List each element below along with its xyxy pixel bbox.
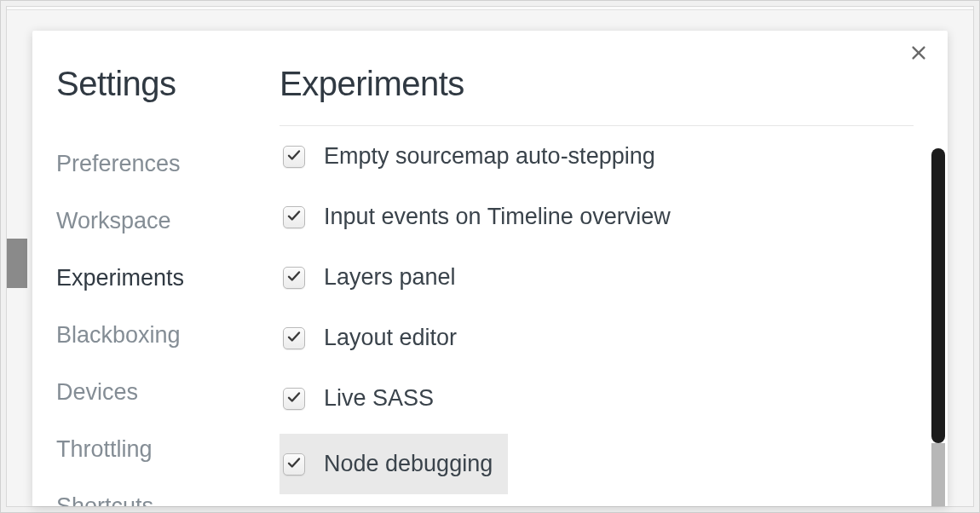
experiment-checkbox[interactable] <box>283 206 305 228</box>
sidebar-title: Settings <box>56 65 257 103</box>
sidebar-item-workspace[interactable]: Workspace <box>56 193 257 250</box>
sidebar-item-devices[interactable]: Devices <box>56 364 257 421</box>
close-button[interactable] <box>905 41 932 68</box>
experiment-checkbox[interactable] <box>283 267 305 289</box>
checkmark-icon <box>286 389 302 408</box>
close-icon <box>909 43 928 66</box>
experiment-checkbox[interactable] <box>283 146 305 168</box>
experiment-label: Node debugging <box>324 451 493 477</box>
experiment-label: Live SASS <box>324 385 434 412</box>
experiment-checkbox[interactable] <box>283 453 305 476</box>
experiment-label: Layers panel <box>324 264 456 291</box>
scrollbar-thumb[interactable] <box>931 148 945 443</box>
scrollbar-thumb-lower[interactable] <box>931 443 945 506</box>
experiment-row: Empty sourcemap auto-stepping <box>280 126 914 187</box>
sidebar-item-preferences[interactable]: Preferences <box>56 135 257 193</box>
background-tab-marker <box>7 239 27 288</box>
experiment-checkbox[interactable] <box>283 327 305 349</box>
checkmark-icon <box>286 329 302 348</box>
sidebar-item-shortcuts[interactable]: Shortcuts <box>56 478 257 506</box>
checkmark-icon <box>286 147 302 166</box>
checkmark-icon <box>286 268 302 287</box>
settings-main: Experiments Empty sourcemap auto-steppin… <box>257 31 948 506</box>
scrollbar[interactable] <box>931 148 945 506</box>
page-title: Experiments <box>280 65 914 103</box>
experiment-row: Layers panel <box>280 247 914 308</box>
checkmark-icon <box>286 455 302 474</box>
sidebar-item-blackboxing[interactable]: Blackboxing <box>56 307 257 364</box>
experiments-list: Empty sourcemap auto-stepping Input even… <box>280 125 914 494</box>
experiment-label: Input events on Timeline overview <box>324 204 671 230</box>
experiment-row: Input events on Timeline overview <box>280 187 914 247</box>
settings-sidebar: Settings Preferences Workspace Experimen… <box>32 31 257 506</box>
sidebar-item-experiments[interactable]: Experiments <box>56 250 257 307</box>
experiment-row-highlighted: Node debugging <box>280 434 508 494</box>
settings-panel: Settings Preferences Workspace Experimen… <box>32 31 948 506</box>
experiment-row: Layout editor <box>280 308 914 368</box>
checkmark-icon <box>286 208 302 227</box>
experiment-label: Empty sourcemap auto-stepping <box>324 143 655 170</box>
sidebar-item-throttling[interactable]: Throttling <box>56 421 257 478</box>
experiment-row: Live SASS <box>280 368 914 429</box>
experiment-checkbox[interactable] <box>283 388 305 410</box>
experiment-label: Layout editor <box>324 325 457 351</box>
